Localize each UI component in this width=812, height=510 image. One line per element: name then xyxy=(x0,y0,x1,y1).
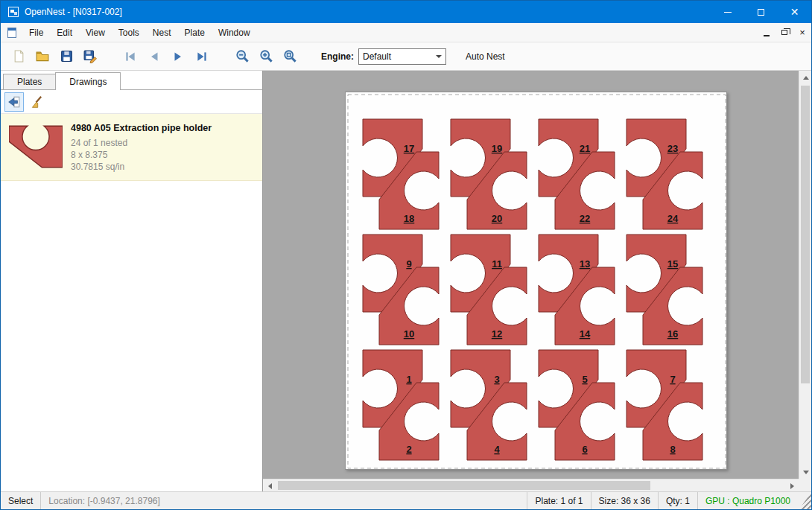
part-number-label: 5 xyxy=(582,374,587,385)
statusbar: Select Location: [-0.9437, 21.8796] Plat… xyxy=(1,491,811,509)
tab-drawings[interactable]: Drawings xyxy=(55,72,121,90)
nest-pair[interactable]: 1314 xyxy=(539,235,615,345)
menu-item-tools[interactable]: Tools xyxy=(112,25,146,41)
nest-pair[interactable]: 78 xyxy=(627,350,702,460)
clean-button[interactable] xyxy=(27,92,46,112)
menu-item-edit[interactable]: Edit xyxy=(50,25,79,41)
drawing-list-item[interactable]: 4980 A05 Extraction pipe holder 24 of 1 … xyxy=(1,114,262,181)
status-location: Location: [-0.9437, 21.8796] xyxy=(41,492,167,509)
open-folder-icon xyxy=(36,50,49,63)
plate[interactable]: 171819202122232491011121314151612345678 xyxy=(345,92,727,470)
zoom-fit-button[interactable] xyxy=(278,45,302,68)
part-number-label: 18 xyxy=(404,213,414,224)
nest-pair[interactable]: 56 xyxy=(539,350,615,460)
nav-next-icon xyxy=(171,50,185,63)
part-number-label: 1 xyxy=(406,374,411,385)
horizontal-scroll-thumb[interactable] xyxy=(278,481,650,490)
part-number-label: 3 xyxy=(494,374,499,385)
back-arrow-icon xyxy=(7,95,21,109)
drawing-nested-count: 24 of 1 nested xyxy=(71,137,212,149)
engine-select[interactable]: Default xyxy=(358,48,446,65)
titlebar: OpenNest - [N0317-002] ✕ xyxy=(1,1,811,23)
vertical-scroll-thumb[interactable] xyxy=(801,86,810,383)
nest-pair[interactable]: 1112 xyxy=(451,235,527,345)
new-button[interactable] xyxy=(7,45,31,68)
part-number-label: 6 xyxy=(582,444,587,455)
part-thumbnail xyxy=(8,120,63,173)
maximize-button[interactable] xyxy=(744,1,778,23)
nest-pair[interactable]: 910 xyxy=(363,235,439,345)
mdi-minimize-button[interactable] xyxy=(758,25,775,41)
zoom-out-button[interactable] xyxy=(230,45,254,68)
tab-plates[interactable]: Plates xyxy=(3,74,56,89)
part-number-label: 8 xyxy=(670,444,675,455)
sidebar: Plates Drawings 4980 A05 Extracti xyxy=(1,71,263,491)
new-file-icon xyxy=(13,50,25,63)
nest-pair[interactable]: 1920 xyxy=(451,119,527,229)
status-spacer xyxy=(168,492,527,509)
status-mode: Select xyxy=(1,492,41,509)
nav-next-button[interactable] xyxy=(166,45,190,68)
scroll-left-icon xyxy=(265,483,272,489)
mdi-restore-button[interactable] xyxy=(775,25,793,41)
part-number-label: 2 xyxy=(406,444,411,455)
status-plate: Plate: 1 of 1 xyxy=(527,492,590,509)
scroll-right-button[interactable] xyxy=(786,479,799,492)
window-title: OpenNest - [N0317-002] xyxy=(25,7,122,17)
nest-pair[interactable]: 34 xyxy=(451,350,527,460)
part-number-label: 19 xyxy=(492,143,502,154)
nest-canvas[interactable]: 171819202122232491011121314151612345678 xyxy=(263,71,799,479)
save-as-icon xyxy=(83,50,97,63)
drawing-dimensions: 8 x 8.375 xyxy=(71,149,212,161)
zoom-in-button[interactable] xyxy=(254,45,278,68)
save-as-button[interactable] xyxy=(78,45,102,68)
close-button[interactable]: ✕ xyxy=(778,1,811,23)
scroll-down-button[interactable] xyxy=(799,466,812,479)
scroll-right-icon xyxy=(790,483,797,489)
sidebar-toolbar xyxy=(1,90,262,114)
menu-item-plate[interactable]: Plate xyxy=(178,25,212,41)
minimize-button[interactable] xyxy=(711,1,744,23)
nest-pair[interactable]: 1516 xyxy=(627,235,702,345)
nest-pair[interactable]: 12 xyxy=(363,350,439,460)
nav-first-button[interactable] xyxy=(118,45,142,68)
status-gpu: GPU : Quadro P1000 xyxy=(697,492,798,509)
return-to-drawings-button[interactable] xyxy=(4,92,24,112)
menu-item-file[interactable]: File xyxy=(22,25,50,41)
part-number-label: 17 xyxy=(404,143,414,154)
open-button[interactable] xyxy=(31,45,54,68)
horizontal-scrollbar[interactable] xyxy=(263,479,799,491)
nav-prev-button[interactable] xyxy=(142,45,166,68)
nav-last-button[interactable] xyxy=(190,45,214,68)
nest-pair[interactable]: 1718 xyxy=(363,119,439,229)
save-button[interactable] xyxy=(54,45,78,68)
scroll-up-icon xyxy=(803,73,809,80)
resize-grip[interactable] xyxy=(799,492,811,509)
scroll-corner xyxy=(799,479,811,491)
vertical-scrollbar[interactable] xyxy=(799,71,811,479)
nest-pair[interactable]: 2122 xyxy=(539,119,615,229)
mdi-close-button[interactable]: × xyxy=(793,25,811,41)
app-window: OpenNest - [N0317-002] ✕ File Edit View … xyxy=(0,0,812,510)
scroll-up-button[interactable] xyxy=(799,71,812,83)
maximize-icon xyxy=(758,9,764,16)
zoom-in-icon xyxy=(259,49,273,63)
nav-last-icon xyxy=(195,50,209,63)
menu-item-window[interactable]: Window xyxy=(212,25,257,41)
drawing-list-empty-area xyxy=(1,181,262,491)
nest-pair[interactable]: 2324 xyxy=(627,119,702,229)
auto-nest-button[interactable]: Auto Nest xyxy=(460,48,511,65)
part-number-label: 21 xyxy=(580,143,590,154)
broom-icon xyxy=(30,95,43,109)
menubar: File Edit View Tools Nest Plate Window × xyxy=(1,23,811,42)
zoom-out-icon xyxy=(235,49,250,63)
scroll-left-button[interactable] xyxy=(263,479,276,492)
app-icon xyxy=(7,6,19,18)
menu-item-view[interactable]: View xyxy=(79,25,112,41)
canvas-wrap: 171819202122232491011121314151612345678 xyxy=(263,71,811,491)
part-number-label: 10 xyxy=(404,328,414,340)
toolbar: Engine: Default Auto Nest xyxy=(1,42,811,71)
part-number-label: 24 xyxy=(667,213,679,224)
engine-selected-value: Default xyxy=(363,51,436,62)
menu-item-nest[interactable]: Nest xyxy=(146,25,178,41)
